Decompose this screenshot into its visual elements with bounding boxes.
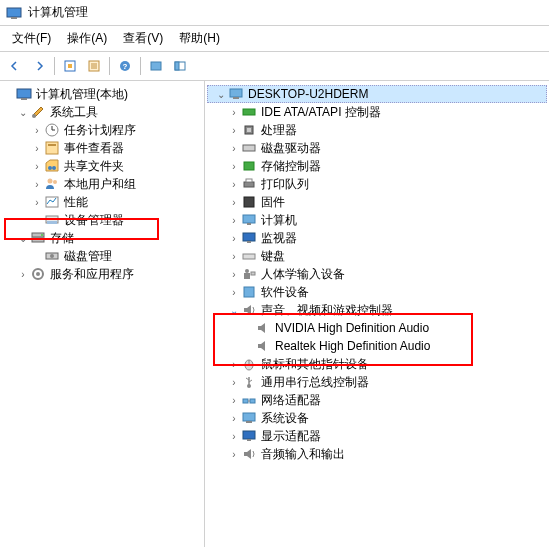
device-audio-io[interactable]: ›音频输入和输出 bbox=[207, 445, 547, 463]
device-software[interactable]: ›软件设备 bbox=[207, 283, 547, 301]
device-sound[interactable]: ⌄声音、视频和游戏控制器 bbox=[207, 301, 547, 319]
svg-rect-0 bbox=[7, 8, 21, 17]
tree-root[interactable]: 计算机管理(本地) bbox=[2, 85, 202, 103]
label: 网络适配器 bbox=[261, 392, 547, 409]
tree-storage[interactable]: ⌄ 存储 bbox=[2, 229, 202, 247]
device-nvidia-audio[interactable]: NVIDIA High Definition Audio bbox=[207, 319, 547, 337]
expander-icon[interactable]: › bbox=[227, 249, 241, 263]
device-display[interactable]: ›显示适配器 bbox=[207, 427, 547, 445]
device-cpu[interactable]: ›处理器 bbox=[207, 121, 547, 139]
expander-icon[interactable]: › bbox=[227, 447, 241, 461]
expander-icon[interactable]: › bbox=[16, 267, 30, 281]
device-print[interactable]: ›打印队列 bbox=[207, 175, 547, 193]
printer-icon bbox=[241, 176, 257, 192]
tree-task-scheduler[interactable]: › 任务计划程序 bbox=[2, 121, 202, 139]
svg-rect-20 bbox=[48, 144, 56, 146]
cpu-icon bbox=[241, 122, 257, 138]
expander-icon[interactable]: › bbox=[227, 357, 241, 371]
menu-view[interactable]: 查看(V) bbox=[115, 28, 171, 49]
mouse-icon bbox=[241, 356, 257, 372]
refresh-button[interactable] bbox=[169, 55, 191, 77]
svg-rect-37 bbox=[243, 109, 255, 115]
expander-icon[interactable]: › bbox=[227, 285, 241, 299]
menu-action[interactable]: 操作(A) bbox=[59, 28, 115, 49]
expander-icon[interactable]: › bbox=[30, 195, 44, 209]
forward-button[interactable] bbox=[28, 55, 50, 77]
tree-performance[interactable]: › 性能 bbox=[2, 193, 202, 211]
tree-event-viewer[interactable]: › 事件查看器 bbox=[2, 139, 202, 157]
computer-mgmt-icon bbox=[16, 86, 32, 102]
expander-icon[interactable]: › bbox=[227, 105, 241, 119]
expander-icon[interactable] bbox=[2, 87, 16, 101]
expander-icon[interactable]: › bbox=[227, 213, 241, 227]
right-tree-pane: ⌄ DESKTOP-U2HDERM ›IDE ATA/ATAPI 控制器 ›处理… bbox=[205, 81, 549, 547]
expander-icon[interactable]: › bbox=[227, 195, 241, 209]
expander-icon[interactable]: › bbox=[227, 231, 241, 245]
label: 计算机管理(本地) bbox=[36, 86, 202, 103]
device-computers[interactable]: ›计算机 bbox=[207, 211, 547, 229]
hid-icon bbox=[241, 266, 257, 282]
expander-icon[interactable]: › bbox=[227, 411, 241, 425]
menu-help[interactable]: 帮助(H) bbox=[171, 28, 228, 49]
device-system[interactable]: ›系统设备 bbox=[207, 409, 547, 427]
device-firmware[interactable]: ›固件 bbox=[207, 193, 547, 211]
share-icon bbox=[44, 158, 60, 174]
svg-rect-42 bbox=[244, 182, 254, 187]
toolbar-separator bbox=[140, 57, 141, 75]
expander-icon[interactable]: › bbox=[227, 267, 241, 281]
expander-icon[interactable]: › bbox=[30, 177, 44, 191]
device-storage-ctrl[interactable]: ›存储控制器 bbox=[207, 157, 547, 175]
device-hid[interactable]: ›人体学输入设备 bbox=[207, 265, 547, 283]
expander-icon[interactable]: › bbox=[227, 375, 241, 389]
label: 任务计划程序 bbox=[64, 122, 202, 139]
tree-shared-folders[interactable]: › 共享文件夹 bbox=[2, 157, 202, 175]
label: 性能 bbox=[64, 194, 202, 211]
view-button[interactable] bbox=[145, 55, 167, 77]
expander-icon[interactable]: › bbox=[30, 159, 44, 173]
device-disk[interactable]: ›磁盘驱动器 bbox=[207, 139, 547, 157]
svg-rect-10 bbox=[151, 62, 161, 70]
tree-device-manager[interactable]: 设备管理器 bbox=[2, 211, 202, 229]
svg-rect-41 bbox=[244, 162, 254, 170]
tree-system-tools[interactable]: ⌄ 系统工具 bbox=[2, 103, 202, 121]
expander-icon[interactable]: ⌄ bbox=[227, 303, 241, 317]
device-mouse[interactable]: ›鼠标和其他指针设备 bbox=[207, 355, 547, 373]
event-icon bbox=[44, 140, 60, 156]
device-realtek-audio[interactable]: Realtek High Definition Audio bbox=[207, 337, 547, 355]
expander-icon[interactable]: ⌄ bbox=[16, 231, 30, 245]
device-ide[interactable]: ›IDE ATA/ATAPI 控制器 bbox=[207, 103, 547, 121]
menubar: 文件(F) 操作(A) 查看(V) 帮助(H) bbox=[0, 26, 549, 52]
label: 键盘 bbox=[261, 248, 547, 265]
device-monitor[interactable]: ›监视器 bbox=[207, 229, 547, 247]
expander-icon[interactable]: ⌄ bbox=[214, 87, 228, 101]
menu-file[interactable]: 文件(F) bbox=[4, 28, 59, 49]
svg-rect-51 bbox=[244, 273, 250, 279]
device-keyboard[interactable]: ›键盘 bbox=[207, 247, 547, 265]
help-button[interactable]: ? bbox=[114, 55, 136, 77]
left-tree-pane: 计算机管理(本地) ⌄ 系统工具 › 任务计划程序 › 事件查看器 › 共享文件… bbox=[0, 81, 205, 547]
tree-local-users[interactable]: › 本地用户和组 bbox=[2, 175, 202, 193]
tree-disk-mgmt[interactable]: 磁盘管理 bbox=[2, 247, 202, 265]
expander-icon[interactable]: › bbox=[227, 393, 241, 407]
label: 系统工具 bbox=[50, 104, 202, 121]
device-network[interactable]: ›网络适配器 bbox=[207, 391, 547, 409]
expander-icon[interactable]: › bbox=[227, 159, 241, 173]
expander-icon[interactable]: › bbox=[227, 429, 241, 443]
device-computer[interactable]: ⌄ DESKTOP-U2HDERM bbox=[207, 85, 547, 103]
expander-icon[interactable]: ⌄ bbox=[16, 105, 30, 119]
svg-rect-12 bbox=[175, 62, 179, 70]
properties-button[interactable] bbox=[83, 55, 105, 77]
expander-icon[interactable]: › bbox=[30, 141, 44, 155]
disk-icon bbox=[241, 140, 257, 156]
expander-icon[interactable]: › bbox=[227, 123, 241, 137]
svg-point-24 bbox=[53, 180, 57, 184]
svg-point-34 bbox=[36, 272, 40, 276]
tree-services[interactable]: › 服务和应用程序 bbox=[2, 265, 202, 283]
device-usb[interactable]: ›通用串行总线控制器 bbox=[207, 373, 547, 391]
expander-icon[interactable]: › bbox=[227, 141, 241, 155]
up-button[interactable] bbox=[59, 55, 81, 77]
expander-icon[interactable]: › bbox=[30, 123, 44, 137]
window-title: 计算机管理 bbox=[28, 4, 88, 21]
back-button[interactable] bbox=[4, 55, 26, 77]
expander-icon[interactable]: › bbox=[227, 177, 241, 191]
